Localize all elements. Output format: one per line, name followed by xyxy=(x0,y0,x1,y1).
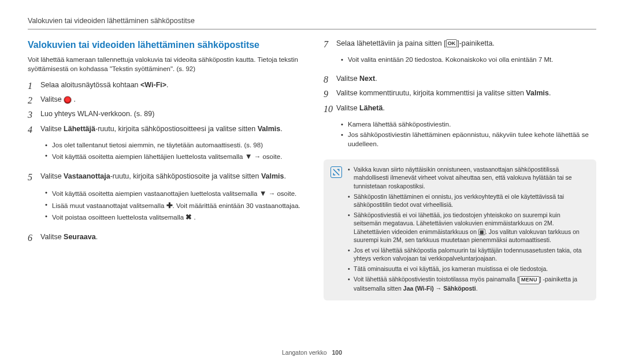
note-item: Jos et voi lähettää sähköpostia palomuur… xyxy=(348,246,589,262)
step: 9Valitse kommenttiruutu, kirjoita kommen… xyxy=(324,88,596,99)
section-title: Valokuvien tai videoiden lähettäminen sä… xyxy=(28,39,300,51)
down-icon: ▼ xyxy=(245,152,252,161)
step-number: 6 xyxy=(28,232,40,243)
note-icon xyxy=(330,166,342,178)
step-body: Valitse Lähetä. xyxy=(336,103,596,114)
step-sub-wrap: Kamera lähettää sähköpostiviestin.Jos sä… xyxy=(324,118,596,155)
step: 3Luo yhteys WLAN-verkkoon. (s. 89) xyxy=(28,109,300,120)
step: 5Valitse Vastaanottaja-ruutu, kirjoita s… xyxy=(28,172,300,183)
plus-icon: ✚ xyxy=(166,201,173,210)
page-footer: Langaton verkko 100 xyxy=(0,348,624,357)
step-sub-item: Voit käyttää osoitetta aiempien vastaano… xyxy=(45,188,300,199)
step-body: Valitse Next. xyxy=(336,74,596,84)
footer-page-number: 100 xyxy=(332,349,343,356)
steps-right: 7Selaa lähetettäviin ja paina sitten [OK… xyxy=(324,39,596,155)
note-item: Sähköpostin lähettäminen ei onnistu, jos… xyxy=(348,192,589,209)
step-sub-item: Kamera lähettää sähköpostiviestin. xyxy=(341,120,596,129)
step-sub-list: Voit valita enintään 20 tiedostoa. Kokon… xyxy=(341,55,553,66)
step-body: Selaa lähetettäviin ja paina sitten [OK]… xyxy=(336,39,596,49)
step-number: 10 xyxy=(324,103,336,114)
step-sub-wrap: Jos olet tallentanut tietosi aiemmin, ne… xyxy=(28,139,300,168)
step: 8Valitse Next. xyxy=(324,74,596,85)
step-number: 3 xyxy=(28,109,40,120)
right-column: 7Selaa lähetettäviin ja paina sitten [OK… xyxy=(324,39,596,300)
note-item: Vaikka kuvan siirto näyttäisikin onnistu… xyxy=(348,165,589,190)
step-sub-item: Voit poistaa osoitteen luettelosta valit… xyxy=(45,212,300,222)
step-sub-wrap: Voit käyttää osoitetta aiempien vastaano… xyxy=(28,186,300,229)
intro-text: Voit lähettää kameraan tallennettuja val… xyxy=(28,55,300,73)
step-number: 8 xyxy=(324,74,336,85)
note-box: Vaikka kuvan siirto näyttäisikin onnistu… xyxy=(324,159,596,300)
video-res-icon: ▦ xyxy=(478,229,485,235)
delete-icon: ✖ xyxy=(185,213,192,221)
step-number: 4 xyxy=(28,124,40,135)
page-header-breadcrumb: Valokuvien tai videoiden lähettäminen sä… xyxy=(28,16,596,29)
menu-button-icon: MENU xyxy=(519,276,540,284)
step: 4Valitse Lähettäjä-ruutu, kirjoita sähkö… xyxy=(28,124,300,135)
step: 2Valitse @ . xyxy=(28,95,300,106)
step: 1Selaa aloitusnäytössä kohtaan <Wi-Fi>. xyxy=(28,80,300,91)
note-list: Vaikka kuvan siirto näyttäisikin onnistu… xyxy=(348,165,589,294)
step-body: Valitse Lähettäjä-ruutu, kirjoita sähköp… xyxy=(40,124,300,135)
step-body: Valitse Seuraava. xyxy=(40,232,300,243)
step: 7Selaa lähetettäviin ja paina sitten [OK… xyxy=(324,39,596,50)
step-body: Valitse @ . xyxy=(40,95,300,105)
step-sub-list: Kamera lähettää sähköpostiviestin.Jos sä… xyxy=(341,120,596,151)
step: 6Valitse Seuraava. xyxy=(28,232,300,243)
note-item: Tätä ominaisuutta ei voi käyttää, jos ka… xyxy=(348,265,589,273)
step-number: 1 xyxy=(28,80,40,91)
step-sub-wrap: Voit valita enintään 20 tiedostoa. Kokon… xyxy=(324,53,596,71)
step-sub-list: Voit käyttää osoitetta aiempien vastaano… xyxy=(45,188,300,224)
step-body: Valitse kommenttiruutu, kirjoita komment… xyxy=(336,88,596,99)
step-body: Selaa aloitusnäytössä kohtaan <Wi-Fi>. xyxy=(40,80,300,91)
step-body: Luo yhteys WLAN-verkkoon. (s. 89) xyxy=(40,109,300,120)
step-number: 9 xyxy=(324,88,336,99)
step-sub-list: Jos olet tallentanut tietosi aiemmin, ne… xyxy=(45,141,282,164)
step-sub-item: Lisää muut vastaanottajat valitsemalla ✚… xyxy=(45,200,300,211)
email-app-icon: @ xyxy=(64,96,72,104)
left-column: Valokuvien tai videoiden lähettäminen sä… xyxy=(28,39,300,300)
down-icon: ▼ xyxy=(259,189,267,198)
manual-page: Valokuvien tai videoiden lähettäminen sä… xyxy=(0,0,624,364)
ok-button-icon: OK xyxy=(446,39,458,47)
footer-section: Langaton verkko xyxy=(282,349,327,356)
step-body: Valitse Vastaanottaja-ruutu, kirjoita sä… xyxy=(40,172,300,182)
step-number: 5 xyxy=(28,172,40,183)
step-sub-item: Voit käyttää osoitetta aiempien lähettäj… xyxy=(45,151,282,162)
note-item: Sähköpostiviestiä ei voi lähettää, jos t… xyxy=(348,211,589,244)
step-sub-item: Voit valita enintään 20 tiedostoa. Kokon… xyxy=(341,55,553,65)
step-sub-item: Jos sähköpostiviestin lähettäminen epäon… xyxy=(341,131,596,148)
step-sub-item: Jos olet tallentanut tietosi aiemmin, ne… xyxy=(45,141,282,150)
step-number: 7 xyxy=(324,39,336,50)
step-number: 2 xyxy=(28,95,40,106)
step: 10Valitse Lähetä. xyxy=(324,103,596,114)
steps-left: 1Selaa aloitusnäytössä kohtaan <Wi-Fi>.2… xyxy=(28,80,300,243)
content-columns: Valokuvien tai videoiden lähettäminen sä… xyxy=(28,39,596,300)
note-item: Voit lähettää sähköpostiviestin toistoti… xyxy=(348,275,589,292)
